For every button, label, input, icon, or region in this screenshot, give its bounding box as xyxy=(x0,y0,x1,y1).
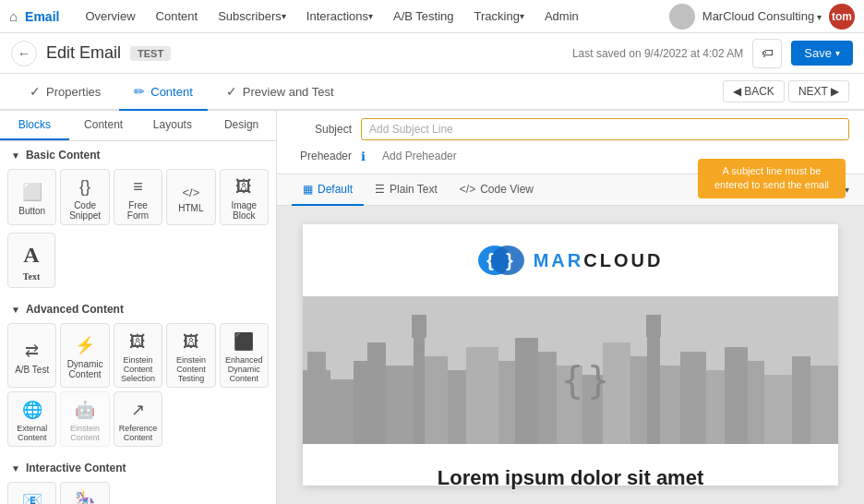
block-enhanced-dynamic[interactable]: ⬛ Enhanced Dynamic Content xyxy=(220,323,269,388)
block-text[interactable]: A Text xyxy=(7,233,55,288)
edit-title: Edit Email xyxy=(46,43,121,63)
back-button[interactable]: ← xyxy=(11,41,37,66)
nav-ab-testing[interactable]: A/B Testing xyxy=(384,0,463,33)
subject-label: Subject xyxy=(292,123,352,136)
save-button[interactable]: Save xyxy=(791,41,853,66)
org-name[interactable]: MarCloud Consulting xyxy=(702,9,822,23)
sidebar-tab-layouts[interactable]: Layouts xyxy=(138,111,208,140)
view-tab-code[interactable]: </> Code View xyxy=(449,174,545,206)
svg-rect-27 xyxy=(706,370,725,444)
next-nav-button[interactable]: NEXT ▶ xyxy=(788,80,849,102)
tab-content[interactable]: ✏ Content xyxy=(119,74,208,111)
advanced-blocks-grid: ⇄ A/B Test ⚡ Dynamic Content 🖼 Einstein … xyxy=(0,319,276,454)
tag-button[interactable]: 🏷 xyxy=(752,39,782,68)
nav-arrows: ◀ BACK NEXT ▶ xyxy=(723,80,849,102)
advanced-content-section[interactable]: ▼ Advanced Content xyxy=(0,295,276,319)
reference-content-icon: ↗ xyxy=(131,400,145,420)
main-tabs-bar: ✓ Properties ✏ Content ✓ Preview and Tes… xyxy=(0,74,864,111)
interactive-content-section[interactable]: ▼ Interactive Content xyxy=(0,454,276,478)
brand-link[interactable]: Email xyxy=(25,9,59,24)
sidebar-tab-content[interactable]: Content xyxy=(69,111,138,140)
subject-input[interactable] xyxy=(361,118,849,140)
svg-text:}: } xyxy=(506,250,513,270)
einstein-testing-icon: 🖼 xyxy=(183,332,199,352)
block-einstein-selection[interactable]: 🖼 Einstein Content Selection xyxy=(114,323,162,388)
email-heading: Lorem ipsum dolor sit amet xyxy=(340,466,801,490)
block-image[interactable]: 🖼 Image Block xyxy=(220,169,269,225)
info-icon[interactable]: ℹ xyxy=(361,150,366,163)
svg-text:{: { xyxy=(486,250,494,270)
svg-rect-25 xyxy=(660,366,680,444)
nav-content[interactable]: Content xyxy=(147,0,208,33)
block-ab-test[interactable]: ⇄ A/B Test xyxy=(7,323,56,388)
main-layout: Blocks Content Layouts Design ▼ Basic Co… xyxy=(0,111,864,504)
interactive-blocks-grid: 📧 Email Form 🎠 Image Carousel xyxy=(0,478,276,504)
svg-rect-32 xyxy=(810,366,838,444)
nav-overview[interactable]: Overview xyxy=(76,0,144,33)
image-carousel-icon: 🎠 xyxy=(75,490,95,504)
view-tab-plain[interactable]: ☰ Plain Text xyxy=(364,174,449,206)
svg-rect-16 xyxy=(498,361,515,444)
nav-tracking[interactable]: Tracking xyxy=(465,0,534,33)
block-html[interactable]: </> HTML xyxy=(166,169,215,225)
svg-rect-6 xyxy=(307,352,326,444)
ab-test-icon: ⇄ xyxy=(25,341,39,361)
einstein-selection-icon: 🖼 xyxy=(129,332,146,352)
back-nav-button[interactable]: ◀ BACK xyxy=(723,80,785,102)
tab-properties[interactable]: ✓ Properties xyxy=(15,74,115,111)
block-external-content[interactable]: 🌐 External Content xyxy=(7,391,56,447)
avatar[interactable] xyxy=(669,4,695,30)
basic-content-section[interactable]: ▼ Basic Content xyxy=(0,141,276,165)
external-content-icon: 🌐 xyxy=(22,400,42,420)
preheader-label: Preheader xyxy=(292,150,352,162)
block-dynamic-content[interactable]: ⚡ Dynamic Content xyxy=(60,323,109,388)
logo-text-colored: MAR xyxy=(534,250,584,270)
svg-text:{: { xyxy=(561,359,583,402)
home-icon[interactable]: ⌂ xyxy=(9,8,18,24)
block-button[interactable]: ⬜ Button xyxy=(7,169,56,225)
block-einstein-content[interactable]: 🤖 Einstein Content xyxy=(60,391,109,447)
content-toolbar: Subject Preheader ℹ A subject line must … xyxy=(277,111,864,174)
top-navigation: ⌂ Email Overview Content Subscribers Int… xyxy=(0,0,864,33)
block-email-form[interactable]: 📧 Email Form xyxy=(7,482,56,504)
email-form-icon: 📧 xyxy=(22,490,42,504)
chevron-interactive-icon: ▼ xyxy=(11,463,20,474)
view-tab-group: ▦ Default ☰ Plain Text </> Code View xyxy=(292,174,545,206)
svg-rect-23 xyxy=(647,333,660,444)
sidebar-tab-design[interactable]: Design xyxy=(207,111,276,140)
svg-rect-18 xyxy=(538,352,557,444)
user-avatar[interactable]: tom xyxy=(829,4,855,30)
block-einstein-testing[interactable]: 🖼 Einstein Content Testing xyxy=(166,323,215,388)
svg-rect-31 xyxy=(792,356,810,444)
view-tab-default[interactable]: ▦ Default xyxy=(292,174,364,206)
svg-rect-28 xyxy=(725,347,748,444)
default-tab-icon: ▦ xyxy=(303,183,313,196)
svg-rect-13 xyxy=(425,356,448,444)
email-preview: { } MARCLOUD xyxy=(303,224,838,486)
block-code-snippet[interactable]: {} Code Snippet xyxy=(60,169,109,225)
tab-preview[interactable]: ✓ Preview and Test xyxy=(211,74,349,111)
svg-rect-7 xyxy=(330,379,354,444)
block-image-carousel[interactable]: 🎠 Image Carousel xyxy=(60,482,109,504)
block-free-form[interactable]: ≡ Free Form xyxy=(114,169,162,225)
image-block-icon: 🖼 xyxy=(235,177,252,197)
button-block-icon: ⬜ xyxy=(22,182,42,202)
sidebar-tabs: Blocks Content Layouts Design xyxy=(0,111,276,141)
svg-rect-17 xyxy=(515,338,538,444)
svg-rect-26 xyxy=(680,352,706,444)
logo-svg: { } xyxy=(478,243,526,278)
marcloud-logo: { } MARCLOUD xyxy=(478,243,664,278)
nav-subscribers[interactable]: Subscribers xyxy=(209,0,295,33)
svg-rect-11 xyxy=(414,333,425,444)
nav-interactions[interactable]: Interactions xyxy=(297,0,382,33)
code-snippet-icon: {} xyxy=(79,177,90,197)
preview-icon: ✓ xyxy=(226,84,237,99)
sidebar-tab-blocks[interactable]: Blocks xyxy=(0,111,69,140)
chevron-down-icon: ▼ xyxy=(11,305,20,315)
code-tab-icon: </> xyxy=(460,183,475,196)
block-reference-content[interactable]: ↗ Reference Content xyxy=(114,391,162,447)
svg-rect-15 xyxy=(466,347,498,444)
nav-admin[interactable]: Admin xyxy=(535,0,588,33)
email-preview-wrap: { } MARCLOUD xyxy=(277,206,864,504)
svg-rect-10 xyxy=(386,366,414,444)
